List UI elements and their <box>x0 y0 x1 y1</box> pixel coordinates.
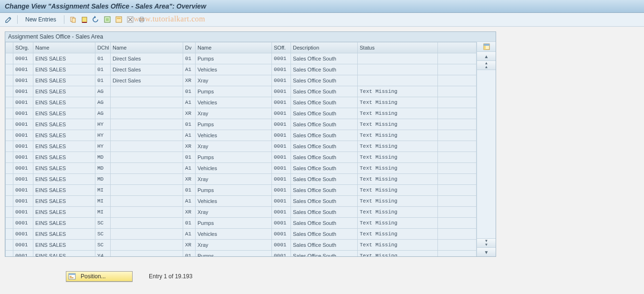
cell-desc[interactable]: Sales Office South <box>291 86 358 97</box>
cell-name3[interactable]: Vehicles <box>196 163 272 174</box>
cell-name1[interactable]: EINS SALES <box>33 174 95 185</box>
cell-name1[interactable]: EINS SALES <box>33 185 95 196</box>
cell-status[interactable]: Text Missing <box>358 185 438 196</box>
toggle-change-icon[interactable] <box>4 15 13 24</box>
table-row[interactable]: 0001EINS SALESMI01Pumps0001Sales Office … <box>6 185 477 196</box>
cell-dchl[interactable]: SC <box>95 229 111 240</box>
cell-name2[interactable] <box>111 185 183 196</box>
cell-sorg[interactable]: 0001 <box>13 64 33 75</box>
cell-desc[interactable]: Sales Office South <box>291 108 358 119</box>
cell-name2[interactable] <box>111 163 183 174</box>
cell-status[interactable]: Text Missing <box>358 251 438 257</box>
table-row[interactable]: 0001EINS SALESMIXRXray0001Sales Office S… <box>6 207 477 218</box>
cell-dv[interactable]: A1 <box>183 130 196 141</box>
cell-desc[interactable]: Sales Office South <box>291 240 358 251</box>
cell-name3[interactable]: Vehicles <box>196 130 272 141</box>
cell-soff[interactable]: 0001 <box>272 240 291 251</box>
cell-sorg[interactable]: 0001 <box>13 174 33 185</box>
cell-sorg[interactable]: 0001 <box>13 119 33 130</box>
cell-dv[interactable]: XR <box>183 75 196 86</box>
cell-desc[interactable]: Sales Office South <box>291 141 358 152</box>
col-name1-header[interactable]: Name <box>33 42 95 53</box>
cell-name2[interactable] <box>111 196 183 207</box>
table-row[interactable]: 0001EINS SALESAG01Pumps0001Sales Office … <box>6 86 477 97</box>
vscroll-page-down-icon[interactable]: ▼▼ <box>477 238 496 247</box>
cell-name3[interactable]: Vehicles <box>196 196 272 207</box>
table-row[interactable]: 0001EINS SALESHYA1Vehicles0001Sales Offi… <box>6 130 477 141</box>
cell-name2[interactable] <box>111 108 183 119</box>
position-button[interactable]: Position... <box>66 271 133 282</box>
row-selector[interactable] <box>6 141 13 152</box>
cell-desc[interactable]: Sales Office South <box>291 163 358 174</box>
cell-name3[interactable]: Xray <box>196 240 272 251</box>
cell-sorg[interactable]: 0001 <box>13 240 33 251</box>
col-name2-header[interactable]: Name <box>111 42 183 53</box>
cell-dchl[interactable]: MI <box>95 207 111 218</box>
cell-name1[interactable]: EINS SALES <box>33 196 95 207</box>
cell-dv[interactable]: XR <box>183 240 196 251</box>
cell-name1[interactable]: EINS SALES <box>33 240 95 251</box>
cell-dv[interactable]: 01 <box>183 251 196 257</box>
cell-soff[interactable]: 0001 <box>272 53 291 64</box>
row-selector[interactable] <box>6 53 13 64</box>
cell-name1[interactable]: EINS SALES <box>33 53 95 64</box>
table-row[interactable]: 0001EINS SALES01Direct SalesA1Vehicles00… <box>6 64 477 75</box>
cell-name2[interactable] <box>111 251 183 257</box>
cell-status[interactable]: Text Missing <box>358 86 438 97</box>
cell-desc[interactable]: Sales Office South <box>291 229 358 240</box>
cell-status[interactable] <box>358 53 438 64</box>
cell-desc[interactable]: Sales Office South <box>291 119 358 130</box>
cell-status[interactable]: Text Missing <box>358 229 438 240</box>
cell-desc[interactable]: Sales Office South <box>291 196 358 207</box>
cell-soff[interactable]: 0001 <box>272 130 291 141</box>
row-selector[interactable] <box>6 75 13 86</box>
cell-name1[interactable]: EINS SALES <box>33 97 95 108</box>
cell-status[interactable]: Text Missing <box>358 108 438 119</box>
cell-dchl[interactable]: Y4 <box>95 251 111 257</box>
cell-status[interactable] <box>358 64 438 75</box>
cell-sorg[interactable]: 0001 <box>13 207 33 218</box>
table-row[interactable]: 0001EINS SALESSCA1Vehicles0001Sales Offi… <box>6 229 477 240</box>
cell-name2[interactable] <box>111 240 183 251</box>
cell-soff[interactable]: 0001 <box>272 174 291 185</box>
select-all-header[interactable] <box>6 42 13 53</box>
cell-name1[interactable]: EINS SALES <box>33 251 95 257</box>
cell-desc[interactable]: Sales Office South <box>291 218 358 229</box>
table-row[interactable]: 0001EINS SALESSC01Pumps0001Sales Office … <box>6 218 477 229</box>
cell-dv[interactable]: XR <box>183 174 196 185</box>
cell-status[interactable] <box>358 75 438 86</box>
cell-soff[interactable]: 0001 <box>272 97 291 108</box>
cell-name3[interactable]: Pumps <box>196 152 272 163</box>
row-selector[interactable] <box>6 218 13 229</box>
cell-dchl[interactable]: AG <box>95 108 111 119</box>
cell-dv[interactable]: 01 <box>183 86 196 97</box>
cell-desc[interactable]: Sales Office South <box>291 251 358 257</box>
cell-name2[interactable] <box>111 141 183 152</box>
cell-status[interactable]: Text Missing <box>358 97 438 108</box>
cell-sorg[interactable]: 0001 <box>13 86 33 97</box>
cell-name1[interactable]: EINS SALES <box>33 86 95 97</box>
cell-name2[interactable] <box>111 97 183 108</box>
cell-soff[interactable]: 0001 <box>272 75 291 86</box>
cell-dv[interactable]: A1 <box>183 97 196 108</box>
cell-dv[interactable]: A1 <box>183 229 196 240</box>
cell-name2[interactable] <box>111 152 183 163</box>
table-row[interactable]: 0001EINS SALESY401Pumps0001Sales Office … <box>6 251 477 257</box>
cell-dv[interactable]: 01 <box>183 185 196 196</box>
new-entries-button[interactable]: New Entries <box>21 15 60 24</box>
cell-name3[interactable]: Xray <box>196 141 272 152</box>
col-soff-header[interactable]: SOff. <box>272 42 291 53</box>
row-selector[interactable] <box>6 185 13 196</box>
row-selector[interactable] <box>6 108 13 119</box>
cell-dchl[interactable]: HY <box>95 119 111 130</box>
cell-status[interactable]: Text Missing <box>358 130 438 141</box>
row-selector[interactable] <box>6 240 13 251</box>
col-sorg-header[interactable]: SOrg. <box>13 42 33 53</box>
cell-dv[interactable]: XR <box>183 141 196 152</box>
cell-status[interactable]: Text Missing <box>358 152 438 163</box>
cell-name1[interactable]: EINS SALES <box>33 218 95 229</box>
table-row[interactable]: 0001EINS SALESMDA1Vehicles0001Sales Offi… <box>6 163 477 174</box>
cell-desc[interactable]: Sales Office South <box>291 53 358 64</box>
vscroll-down-icon[interactable]: ▼ <box>477 247 496 256</box>
cell-name2[interactable] <box>111 119 183 130</box>
